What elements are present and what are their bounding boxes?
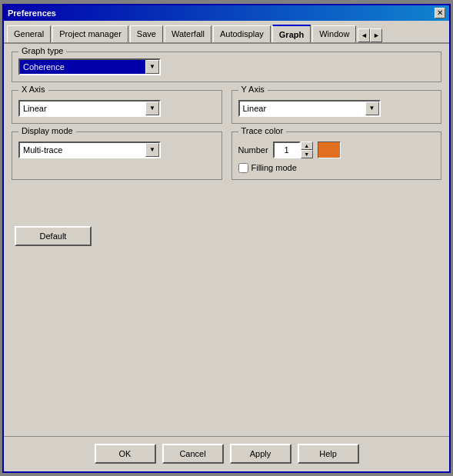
display-mode-label: Display mode	[18, 126, 76, 135]
filling-mode-label: Filling mode	[251, 163, 297, 172]
tab-bar: General Project manager Save Waterfall A…	[4, 21, 449, 44]
preferences-window: Preferences ✕ General Project manager Sa…	[2, 4, 451, 473]
x-axis-select[interactable]: Linear ▼	[18, 100, 161, 117]
x-axis-label: X Axis	[18, 85, 48, 94]
tab-scroll-right[interactable]: ►	[370, 28, 382, 42]
y-axis-group: Y Axis Linear ▼	[231, 90, 442, 124]
apply-button[interactable]: Apply	[230, 444, 291, 464]
x-axis-value: Linear	[20, 102, 145, 115]
y-axis-dropdown-btn[interactable]: ▼	[365, 102, 379, 115]
ok-button[interactable]: OK	[95, 444, 156, 464]
display-mode-group: Display mode Multi-trace ▼	[12, 131, 222, 180]
tab-scroll-left[interactable]: ◄	[358, 28, 370, 42]
close-button[interactable]: ✕	[435, 8, 445, 18]
tab-waterfall[interactable]: Waterfall	[165, 25, 212, 42]
x-axis-dropdown-btn[interactable]: ▼	[145, 102, 159, 115]
x-axis-group: X Axis Linear ▼	[12, 90, 222, 124]
graph-type-label: Graph type	[18, 46, 66, 55]
display-mode-value: Multi-trace	[20, 143, 145, 157]
number-label: Number	[238, 145, 268, 155]
spin-up-button[interactable]: ▲	[301, 141, 313, 150]
spin-down-button[interactable]: ▼	[301, 150, 313, 158]
y-axis-label: Y Axis	[238, 85, 268, 94]
help-button[interactable]: Help	[298, 444, 359, 464]
trace-color-group: Trace color Number ▲ ▼ Filling mode	[231, 131, 442, 180]
display-trace-row: Display mode Multi-trace ▼ Trace color N…	[12, 131, 441, 180]
tab-window[interactable]: Window	[312, 25, 356, 42]
graph-type-value: Coherence	[20, 60, 145, 74]
tab-autodisplay[interactable]: Autodisplay	[213, 25, 271, 42]
axis-row: X Axis Linear ▼ Y Axis Linear ▼	[12, 90, 441, 124]
graph-type-group: Graph type Coherence ▼	[12, 52, 441, 82]
graph-type-dropdown-btn[interactable]: ▼	[145, 60, 159, 74]
number-input[interactable]	[273, 141, 301, 158]
filling-mode-checkbox[interactable]	[238, 163, 248, 173]
spin-buttons: ▲ ▼	[301, 141, 313, 158]
y-axis-value: Linear	[240, 102, 365, 115]
tab-project-manager[interactable]: Project manager	[52, 25, 128, 42]
default-button[interactable]: Default	[15, 226, 92, 246]
default-button-area: Default	[12, 226, 441, 254]
tab-graph[interactable]: Graph	[272, 25, 311, 43]
window-title: Preferences	[8, 8, 56, 18]
trace-color-label: Trace color	[238, 126, 287, 135]
graph-type-select[interactable]: Coherence ▼	[18, 58, 161, 75]
tab-save[interactable]: Save	[130, 25, 163, 42]
bottom-bar: OK Cancel Apply Help	[4, 436, 449, 471]
color-swatch[interactable]	[318, 141, 341, 158]
content-area: Graph type Coherence ▼ X Axis Linear ▼ Y…	[4, 44, 449, 421]
title-bar: Preferences ✕	[4, 5, 449, 21]
number-input-wrapper: ▲ ▼	[273, 141, 313, 158]
cancel-button[interactable]: Cancel	[162, 444, 224, 464]
display-mode-select[interactable]: Multi-trace ▼	[18, 141, 161, 158]
display-mode-dropdown-btn[interactable]: ▼	[145, 143, 159, 157]
number-row: Number ▲ ▼	[238, 141, 435, 158]
y-axis-select[interactable]: Linear ▼	[238, 100, 381, 117]
tab-general[interactable]: General	[7, 25, 51, 42]
filling-mode-row: Filling mode	[238, 163, 435, 173]
